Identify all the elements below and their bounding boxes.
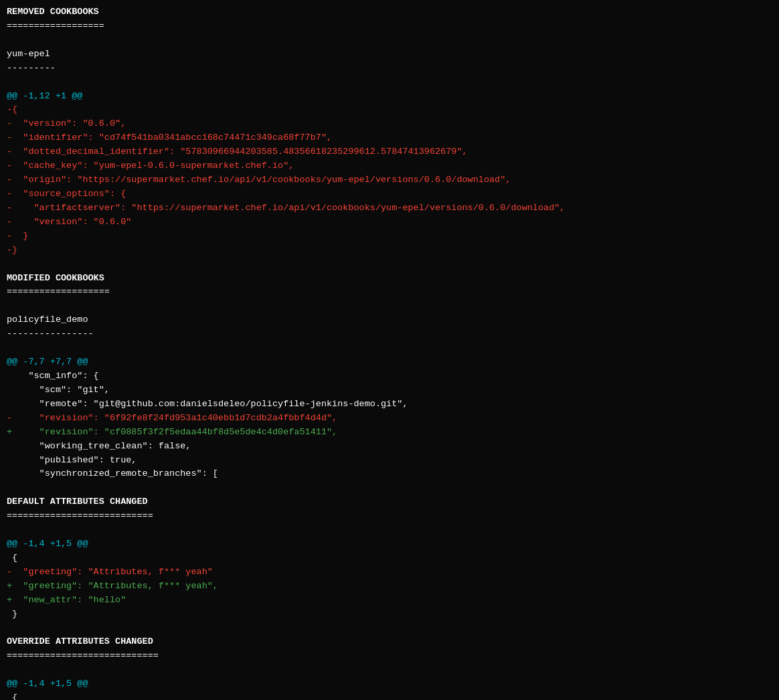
default-attrs-hunk: @@ -1,4 +1,5 @@: [7, 539, 88, 549]
override-attrs-title: OVERRIDE ATTRIBUTES CHANGED: [7, 636, 153, 646]
default-context-1: {: [7, 553, 17, 563]
context-line-3: "remote": "git@github.com:danielsdeleo/p…: [7, 399, 408, 409]
yum-epel-name: yum-epel: [7, 49, 50, 59]
policyfile-demo-name: policyfile_demo: [7, 315, 88, 325]
policyfile-demo-dashes: ----------------: [7, 329, 94, 339]
removed-line-7: - "source_options": {: [7, 189, 126, 199]
removed-line-9: - "version": "0.6.0": [7, 217, 131, 227]
removed-line-5: - "cache_key": "yum-epel-0.6.0-supermark…: [7, 161, 294, 171]
modified-hunk-header: @@ -7,7 +7,7 @@: [7, 357, 88, 367]
context-line-6: "synchronized_remote_branches": [: [7, 468, 218, 478]
modified-equals: ===================: [7, 286, 110, 296]
modified-removed-line-1: - "revision": "6f92fe8f24fd953a1c40ebb1d…: [7, 413, 337, 423]
modified-cookbooks-title: MODIFIED COOKBOOKS: [7, 273, 104, 283]
removed-line-10: - }: [7, 231, 28, 241]
removed-hunk-header: @@ -1,12 +1 @@: [7, 91, 82, 101]
default-removed-1: - "greeting": "Attributes, f*** yeah": [7, 567, 213, 577]
default-attrs-equals: ===========================: [7, 511, 153, 521]
removed-line-6: - "origin": "https://supermarket.chef.io…: [7, 175, 511, 185]
removed-line-4: - "dotted_decimal_identifier": "57830966…: [7, 147, 468, 157]
default-context-2: }: [7, 609, 17, 619]
yum-epel-dashes: ---------: [7, 63, 56, 73]
context-line-4: "working_tree_clean": false,: [7, 441, 191, 451]
default-added-2: + "new_attr": "hello": [7, 595, 126, 605]
removed-line-11: -}: [7, 245, 17, 255]
override-attrs-equals: ============================: [7, 650, 159, 661]
modified-added-line-1: + "revision": "cf0885f3f2f5edaa44bf8d5e5…: [7, 427, 337, 437]
default-attrs-title: DEFAULT ATTRIBUTES CHANGED: [7, 497, 148, 507]
default-added-1: + "greeting": "Attributes, f*** yeah",: [7, 581, 218, 591]
removed-line-1: -{: [7, 104, 17, 114]
context-line-1: "scm_info": {: [7, 371, 99, 381]
removed-cookbooks-title: REMOVED COOKBOOKS: [7, 7, 99, 17]
override-attrs-hunk: @@ -1,4 +1,5 @@: [7, 679, 88, 689]
context-line-2: "scm": "git",: [7, 385, 110, 395]
context-line-5: "published": true,: [7, 455, 137, 465]
removed-line-3: - "identifier": "cd74f541ba0341abcc168c7…: [7, 133, 332, 143]
removed-line-2: - "version": "0.6.0",: [7, 118, 126, 128]
removed-equals: ==================: [7, 21, 104, 31]
diff-output: REMOVED COOKBOOKS ================== yum…: [7, 5, 772, 700]
override-context-1: {: [7, 693, 17, 700]
removed-line-8: - "artifactserver": "https://supermarket…: [7, 203, 565, 213]
